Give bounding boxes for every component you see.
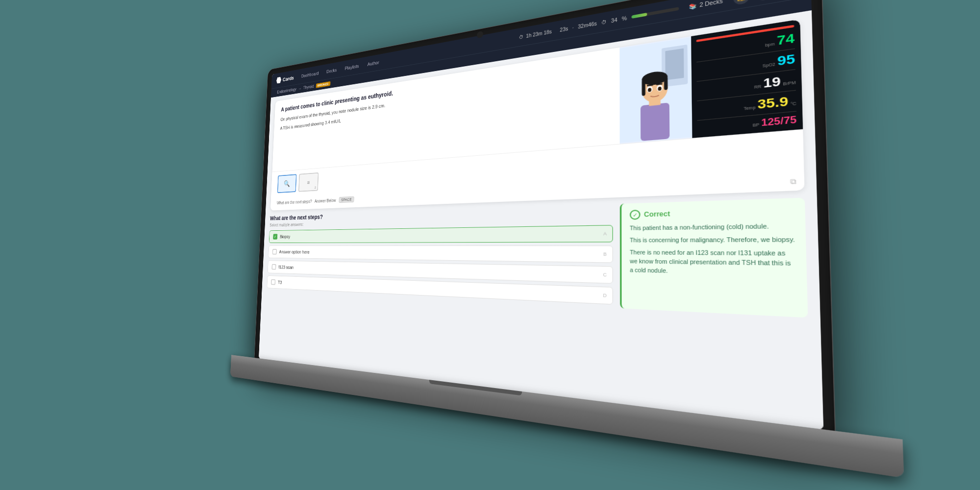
bp-value: 125/75 (761, 115, 797, 128)
rr-unit: BrPM (783, 80, 796, 86)
correct-title: Correct (644, 210, 670, 219)
breadcrumb-level: BRONZE (316, 81, 330, 88)
nav-logo: Cards (276, 74, 294, 84)
session-timer: ⏱ 1h 23m 18s (519, 29, 552, 40)
checkbox-c (271, 264, 276, 270)
laptop-wrapper: Cards Dashboard Decks Playlists Author ⏱… (147, 20, 833, 470)
svg-rect-7 (642, 79, 645, 96)
bell-button[interactable]: 🔔 (733, 0, 750, 5)
progress-fill (632, 13, 647, 19)
correct-body: This patient has a non-functioning (cold… (630, 221, 796, 279)
logo-icon (276, 77, 281, 84)
nav-author[interactable]: Author (366, 59, 381, 68)
option-a[interactable]: ✓ Biopsy A (269, 225, 613, 243)
layers-icon: 📚 (689, 2, 697, 10)
option-d-text: T3 (278, 280, 606, 299)
temp-label: Temp (744, 105, 756, 111)
app-container: Cards Dashboard Decks Playlists Author ⏱… (259, 0, 824, 430)
breadcrumb-topic: Thyroid (303, 84, 314, 90)
timer-value: 1h 23m 18s (526, 29, 552, 39)
correct-panel: ✓ Correct This patient has a non-functio… (620, 198, 808, 318)
temp-value: 35.9 (758, 95, 788, 111)
svg-rect-2 (665, 49, 684, 80)
option-b-text: Answer option here (279, 249, 606, 257)
checkbox-a: ✓ (273, 234, 277, 239)
thumbnail-number: 2 (315, 186, 316, 190)
space-key-badge: SPACE (339, 196, 354, 203)
correct-icon: ✓ (630, 210, 640, 220)
bp-row: BP 125/75 (697, 115, 797, 133)
question-line2: A TSH is measured showing 3.4 mIU/L (280, 82, 609, 131)
correct-line1: This patient has a non-functioning (cold… (630, 221, 795, 233)
answer-section: What are the next steps? Select multiple… (267, 198, 808, 318)
option-c-text: I123 scan (278, 265, 606, 278)
screen-inner: Cards Dashboard Decks Playlists Author ⏱… (259, 0, 824, 430)
svg-rect-3 (640, 102, 669, 141)
rr-value: 19 (763, 75, 781, 90)
patient-illustration (619, 36, 692, 144)
search-icon: 🔍 (284, 180, 290, 188)
svg-rect-8 (664, 76, 668, 90)
correct-header: ✓ Correct (630, 205, 795, 220)
prompt-hint: Answer Below (315, 198, 336, 203)
clock-icon: ⏱ (519, 34, 524, 40)
percent-sign: % (622, 15, 627, 22)
prompt-text: What are the next steps? (277, 199, 312, 205)
option-a-text: Biopsy (280, 230, 606, 239)
hr-value: 74 (777, 32, 795, 47)
session-time: 23s (560, 25, 568, 32)
vitals-panel: bpm 74 SpO2 95 (691, 19, 803, 138)
rr-row: RR 19 BrPM (697, 74, 796, 98)
time-separator: · (572, 24, 574, 30)
bp-label: BP (753, 122, 760, 127)
rr-label: RR (754, 84, 761, 89)
progress-bar (632, 7, 679, 19)
checkbox-b (272, 249, 277, 254)
copy-icon[interactable]: ⧉ (790, 177, 797, 186)
correct-line2: This is concerning for malignancy. There… (630, 235, 795, 245)
option-c-key: C (603, 272, 607, 277)
hr-label: bpm (765, 42, 775, 47)
option-d-key: D (603, 293, 607, 298)
help-button[interactable]: ? (757, 0, 774, 1)
answer-options-section: What are the next steps? Select multiple… (267, 204, 613, 308)
option-a-key: A (603, 231, 607, 236)
patient-avatar-section (619, 36, 692, 144)
app-title: Cards (283, 74, 294, 82)
spo2-value: 95 (777, 52, 795, 68)
nav-playlists[interactable]: Playlists (343, 62, 361, 72)
total-time: 32m46s (578, 21, 597, 29)
correct-line3: There is no need for an I123 scan nor I1… (630, 248, 796, 279)
laptop-scene: Cards Dashboard Decks Playlists Author ⏱… (228, 0, 964, 490)
option-b[interactable]: Answer option here B (268, 245, 613, 263)
spo2-label: SpO2 (762, 62, 775, 68)
thumbnail-lines-icon: ≡ (307, 179, 310, 186)
breadcrumb-arrow: → (298, 86, 301, 91)
thumbnail-2[interactable]: ≡ 2 (298, 172, 318, 192)
checkbox-d (271, 279, 275, 285)
thumbnail-1[interactable]: 🔍 (277, 174, 297, 193)
progress-percent: 34 (611, 17, 617, 24)
temp-unit: °C (790, 101, 796, 106)
decks-count: 2 Decks (699, 0, 723, 8)
nav-dashboard[interactable]: Dashboard (300, 70, 320, 79)
clock2-icon: ⏱ (601, 19, 607, 25)
decks-badge: 📚 2 Decks (689, 0, 723, 10)
breadcrumb-category: Endocrinology (277, 87, 296, 95)
temp-row: Temp 35.9 °C (697, 94, 796, 117)
option-b-key: B (603, 251, 607, 257)
nav-decks[interactable]: Decks (325, 67, 338, 75)
